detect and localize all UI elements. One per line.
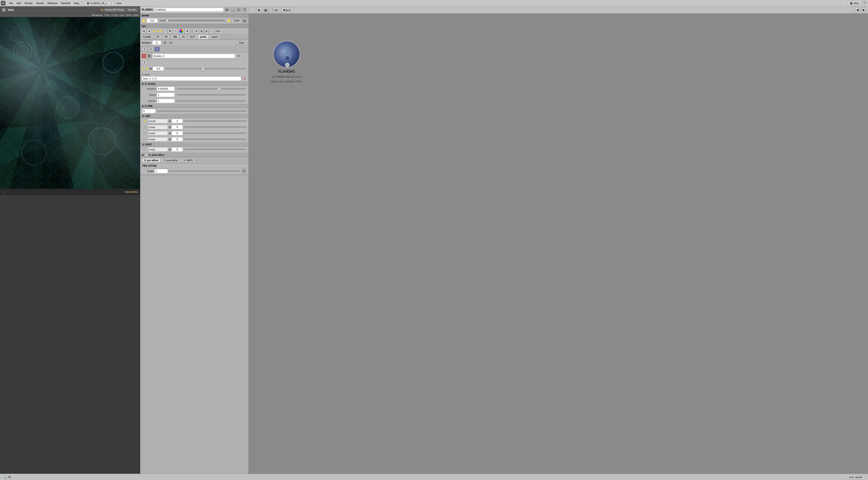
tab-in[interactable]: IN (180, 35, 187, 39)
speed-value-field[interactable] (157, 93, 175, 97)
iter-delete-btn[interactable]: ✕ (142, 54, 146, 58)
camera-mode-button[interactable]: Karma CPU Persp- (103, 8, 126, 12)
help-button[interactable]: ? (862, 1, 867, 6)
var-subsection[interactable]: 3: VAR (141, 114, 248, 118)
iter-tab-1[interactable]: 1 (142, 47, 147, 52)
node-circle[interactable]: ⬡ (273, 41, 300, 68)
nav-back-btn[interactable]: ◀ (250, 7, 255, 12)
xaos-star-btn[interactable]: ★ (242, 76, 247, 81)
scale-extra-btn[interactable]: ⊞ (242, 169, 247, 174)
iter-dropdown-btn[interactable]: ▼ (236, 54, 241, 58)
flag-btn[interactable]: ⚑ (168, 29, 172, 34)
var-select-linear-2[interactable]: Linear (148, 131, 168, 135)
var-select-loonie[interactable]: Loonie (148, 119, 168, 123)
sys-plus-btn[interactable]: ⊞ (199, 29, 204, 34)
menu-edit[interactable]: Edit (15, 1, 23, 5)
sys-x-btn[interactable]: ✕ (209, 29, 214, 34)
loonie-star[interactable]: ★ (142, 119, 147, 123)
speed-slider[interactable] (177, 94, 246, 96)
viewport-canvas[interactable] (0, 17, 140, 189)
pre-affine-tab[interactable]: 3: pre affine (142, 158, 161, 163)
vars-tab[interactable]: 3: VARS (181, 158, 195, 163)
pre-slider[interactable] (157, 110, 247, 112)
var-select-linear-3[interactable]: Linear (148, 137, 168, 142)
menu-redshift[interactable]: Redshift (59, 1, 72, 5)
global-slider[interactable] (160, 20, 225, 21)
cp-settings-btn[interactable]: ⚙ (224, 7, 229, 12)
iterator-name-field[interactable] (153, 54, 235, 58)
tab-ff[interactable]: FF (154, 35, 162, 39)
menu-render[interactable]: Render (23, 1, 35, 5)
weight-value-field[interactable] (153, 66, 164, 71)
post-linear-w-field[interactable] (172, 147, 183, 152)
post-affine-tab[interactable]: 3: post affine (161, 158, 180, 163)
right-extra-btn-2[interactable]: ▶ (861, 7, 866, 12)
linear3-slider[interactable] (184, 139, 247, 140)
tab-out[interactable]: OUT (187, 35, 197, 39)
sys-btn-3[interactable]: ▼ (194, 29, 199, 34)
iter-config-btn[interactable]: ⊞ (147, 54, 152, 59)
pre-value-field[interactable] (142, 109, 156, 113)
nav-forward-btn[interactable]: ▶ (257, 7, 262, 12)
shader-subsection[interactable]: ▶ 3: shader (141, 82, 248, 86)
loonie-w-field[interactable] (172, 119, 183, 123)
sys-minus-btn[interactable]: ⊟ (204, 29, 209, 34)
geo-type-btn[interactable]: ◆ geo1 (281, 8, 293, 12)
linear2-star[interactable]: ☆ (142, 131, 147, 135)
obj-type-btn[interactable]: ⬡ obj (270, 8, 280, 12)
color-icon[interactable] (178, 29, 184, 34)
scale-value-field[interactable] (154, 169, 168, 173)
tab-mb[interactable]: MB (170, 35, 180, 39)
post-affine-subsection[interactable]: ▶ 3: post affine (141, 152, 248, 157)
post-linear-slider[interactable] (184, 149, 247, 150)
auto-update-button[interactable]: Auto Update (846, 475, 865, 479)
right-content[interactable]: ⬡ FLAM3H1 sw: EMBER-WIN-22.21.4.2 tatasz… (249, 13, 868, 480)
xaos-value-field[interactable] (142, 76, 241, 81)
tab-about[interactable]: about (209, 35, 220, 39)
cp-help-btn[interactable]: ? (242, 7, 247, 12)
tab-prefs[interactable]: prefs (198, 35, 209, 39)
sys-dropdown-2[interactable]: ▼ (185, 29, 190, 34)
var-select-post-linear[interactable]: Linear (148, 147, 168, 152)
star-empty-btn[interactable]: ☆ (190, 29, 193, 33)
menu-file[interactable]: File (7, 1, 15, 5)
iterators-count-field[interactable] (152, 40, 161, 45)
star-btn-1[interactable]: ★ (152, 29, 155, 33)
linear3-star[interactable]: ☆ (142, 137, 147, 141)
linear2-slider[interactable] (184, 133, 247, 134)
star-btn-3[interactable]: ★ (160, 29, 162, 33)
star-btn-2[interactable]: ★ (156, 29, 159, 33)
linear1-slider[interactable] (184, 127, 247, 128)
location-value-field[interactable] (157, 87, 175, 91)
flag-btn-2[interactable]: ⚐ (173, 29, 178, 34)
linear3-w-field[interactable] (172, 137, 183, 142)
cp-info-btn[interactable]: ℹ (236, 7, 241, 12)
post-affine-checkbox[interactable] (145, 153, 148, 157)
sys-btn-1[interactable]: ⚙ (142, 29, 146, 34)
iter-collapse-btn[interactable]: ⊟ (168, 40, 173, 45)
loonie-slider[interactable] (184, 121, 247, 122)
location-slider[interactable] (177, 88, 246, 90)
tab-flame[interactable]: FLAME (141, 35, 154, 39)
menu-assets[interactable]: Assets (35, 1, 46, 5)
cp-scroll-area[interactable]: iterators ⊞ ⊟ Clear 1 2 3 ✕ ⊞ ▼ (141, 39, 248, 476)
right-extra-btn-1[interactable]: ◀ (855, 7, 860, 12)
weight-star-2[interactable]: ★ (146, 67, 149, 70)
pre-subsection[interactable]: ▶ 3: PRE (141, 104, 248, 108)
global-value-field[interactable] (147, 18, 158, 23)
tab-cp[interactable]: CP (162, 35, 170, 39)
circle-btn[interactable]: ○ (163, 29, 167, 34)
weight-star-1[interactable]: ★ (142, 67, 145, 70)
node-name-field[interactable] (154, 8, 223, 12)
linear2-w-field[interactable] (172, 131, 183, 135)
cam-toggle-button[interactable]: No cam- (127, 8, 138, 12)
sys-btn-dropdown[interactable]: ▼ (147, 29, 152, 34)
linear1-w-field[interactable] (172, 125, 183, 129)
menu-help[interactable]: Help (72, 1, 81, 5)
global-extra-btn[interactable]: ▲ (242, 18, 247, 23)
nav-camera-btn[interactable]: 🎬 (263, 7, 268, 12)
iter-bookmark-btn[interactable]: ★ (242, 54, 247, 58)
cp-search-btn[interactable]: 🔍 (230, 7, 235, 12)
opacity-value-field[interactable] (157, 99, 175, 103)
var-select-linear-1[interactable]: Linear (148, 125, 168, 129)
